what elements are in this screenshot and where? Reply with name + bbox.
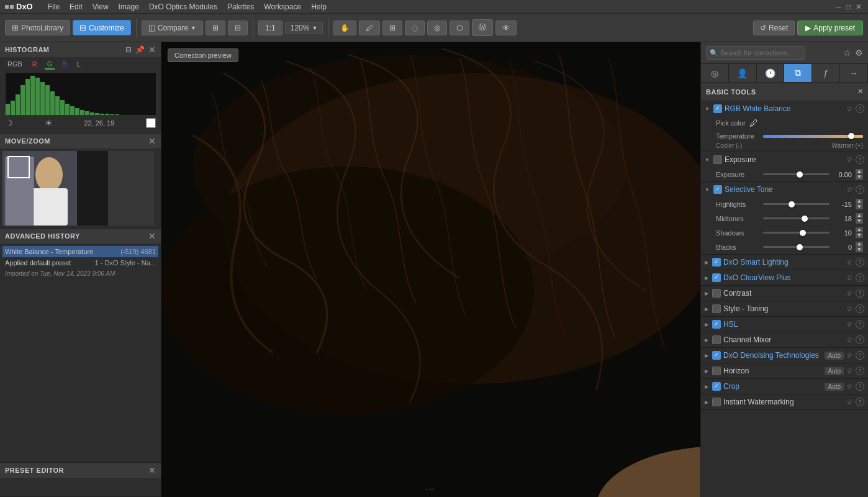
menu-file[interactable]: File <box>43 2 65 11</box>
menu-view[interactable]: View <box>88 2 114 11</box>
midtones-step-down[interactable]: ▼ <box>856 219 863 224</box>
menu-image[interactable]: Image <box>114 2 144 11</box>
customize-tab[interactable]: ⊟ Customize <box>73 20 131 35</box>
corr-q-cm[interactable]: ? <box>856 335 864 344</box>
histogram-header[interactable]: HISTOGRAM ⊟ 📌 ✕ <box>0 42 161 57</box>
corr-star-contrast[interactable]: ☆ <box>846 289 853 298</box>
rp-tab-person[interactable]: 👤 <box>729 64 757 82</box>
exposure-slider-wrap[interactable] <box>763 170 830 179</box>
window-close[interactable]: ✕ <box>856 2 862 11</box>
menu-help[interactable]: Help <box>306 2 332 11</box>
corr-header-hsl[interactable]: ▶ HSL ☆ ? <box>701 317 868 332</box>
zoom-1to1-button[interactable]: 1:1 <box>258 21 283 35</box>
eyedropper-icon-wb[interactable]: 🖊 <box>749 118 758 128</box>
window-maximize[interactable]: □ <box>846 2 851 11</box>
rp-tab-clock[interactable]: 🕐 <box>757 64 785 82</box>
corr-header-contrast[interactable]: ▶ Contrast ☆ ? <box>701 286 868 301</box>
corr-check-style-toning[interactable] <box>712 304 721 313</box>
corr-q-st[interactable]: ? <box>856 304 864 313</box>
color-picker-tool[interactable]: 🖊 <box>359 21 380 35</box>
histogram-pin-icon[interactable]: 📌 <box>135 45 145 54</box>
horizon-tool[interactable]: ⬡ <box>450 21 469 35</box>
favorites-icon[interactable]: ☆ <box>843 48 851 58</box>
corr-header-selective[interactable]: ▼ Selective Tone ☆ ? <box>701 182 868 197</box>
window-minimize[interactable]: ─ <box>836 2 841 11</box>
menu-palettes[interactable]: Palettes <box>222 2 259 11</box>
view-grid-button[interactable]: ⊞ <box>206 21 225 35</box>
corr-check-exposure[interactable] <box>713 155 722 164</box>
hand-tool[interactable]: ✋ <box>333 21 356 35</box>
preset-editor-header[interactable]: PRESET EDITOR ✕ <box>0 463 161 478</box>
hist-tab-g[interactable]: G <box>45 60 55 70</box>
highlights-slider-wrap[interactable] <box>763 200 830 209</box>
preset-editor-close[interactable]: ✕ <box>148 465 156 475</box>
histogram-expand-icon[interactable]: ⊟ <box>125 45 132 54</box>
midtones-thumb[interactable] <box>802 216 808 222</box>
settings-icon[interactable]: ⚙ <box>855 48 863 58</box>
corr-star-hsl[interactable]: ☆ <box>846 320 853 329</box>
corr-star-st[interactable]: ☆ <box>846 304 853 313</box>
blacks-thumb[interactable] <box>797 244 803 250</box>
menu-dxo-optics[interactable]: DxO Optics Modules <box>144 2 222 11</box>
corr-star-cm[interactable]: ☆ <box>846 335 853 344</box>
corr-star-rgb[interactable]: ☆ <box>846 104 853 113</box>
corr-q-contrast[interactable]: ? <box>856 289 864 298</box>
watermark-tool[interactable]: Ⓦ <box>472 19 493 36</box>
corr-q-selective[interactable]: ? <box>856 185 864 194</box>
corr-header-channel-mixer[interactable]: ▶ Channel Mixer ☆ ? <box>701 332 868 347</box>
reset-button[interactable]: ↺ Reset <box>753 21 795 35</box>
exposure-step-up[interactable]: ▲ <box>856 169 863 174</box>
corr-check-clearview[interactable] <box>712 273 721 282</box>
view-split-button[interactable]: ⊟ <box>228 21 248 35</box>
blacks-step-up[interactable]: ▲ <box>856 242 863 247</box>
corr-check-rgb[interactable] <box>713 104 722 113</box>
rp-tab-arrow[interactable]: → <box>840 64 868 82</box>
corr-check-crop[interactable] <box>712 382 721 391</box>
corr-q-dn[interactable]: ? <box>856 351 864 360</box>
corr-header-crop[interactable]: ▶ Crop Auto ☆ ? <box>701 379 868 394</box>
corr-star-cv[interactable]: ☆ <box>846 273 853 282</box>
corr-star-hor[interactable]: ☆ <box>846 367 853 375</box>
corr-header-clearview[interactable]: ▶ DxO ClearView Plus ☆ ? <box>701 270 868 285</box>
apply-preset-button[interactable]: ▶ Apply preset <box>797 21 863 35</box>
shadows-slider-wrap[interactable] <box>763 229 830 237</box>
corr-check-hsl[interactable] <box>712 320 721 329</box>
hist-tab-l[interactable]: L <box>75 60 83 70</box>
corr-check-denoising[interactable] <box>712 351 721 360</box>
menu-workspace[interactable]: Workspace <box>259 2 306 11</box>
hist-tab-r[interactable]: R <box>30 60 40 70</box>
blacks-step-down[interactable]: ▼ <box>856 247 863 252</box>
compare-button[interactable]: ◫ Compare ▼ <box>142 21 203 35</box>
corr-check-watermarking[interactable] <box>712 398 721 406</box>
rp-tab-copy[interactable]: ⧉ <box>784 64 812 82</box>
corr-header-denoising[interactable]: ▶ DxO Denoising Technologies Auto ☆ ? <box>701 348 868 363</box>
movezoom-viewport[interactable] <box>7 156 30 178</box>
moon-icon[interactable]: ☽ <box>5 118 13 128</box>
correction-preview-button[interactable]: Correction preview <box>168 48 238 62</box>
exposure-step-down[interactable]: ▼ <box>856 175 863 180</box>
rp-tab-formula[interactable]: ƒ <box>812 64 840 82</box>
midtones-slider-wrap[interactable] <box>763 214 830 223</box>
corr-star-exposure[interactable]: ☆ <box>846 155 853 164</box>
corr-header-horizon[interactable]: ▶ Horizon Auto ☆ ? <box>701 363 868 378</box>
search-input[interactable] <box>706 46 805 60</box>
history-close[interactable]: ✕ <box>148 231 156 241</box>
corr-q-cv[interactable]: ? <box>856 273 864 282</box>
corr-star-wm[interactable]: ☆ <box>846 398 853 406</box>
blacks-slider-wrap[interactable] <box>763 243 830 252</box>
repair-tool[interactable]: ◌ <box>405 21 425 35</box>
temp-slider-wrap[interactable] <box>763 132 863 140</box>
highlights-step-down[interactable]: ▼ <box>856 204 863 209</box>
corr-q-sl[interactable]: ? <box>856 258 864 267</box>
hist-tab-rgb[interactable]: RGB <box>5 60 25 70</box>
shadows-step-up[interactable]: ▲ <box>856 227 863 232</box>
photo-library-tab[interactable]: ⊞ PhotoLibrary <box>5 20 70 35</box>
corr-star-crop[interactable]: ☆ <box>846 382 853 391</box>
local-adj-tool[interactable]: ◎ <box>427 21 447 35</box>
temp-slider-thumb[interactable] <box>848 133 854 139</box>
corr-check-contrast[interactable] <box>712 289 721 298</box>
sun-icon[interactable]: ☀ <box>45 118 53 128</box>
corr-check-channel-mixer[interactable] <box>712 335 721 344</box>
corr-star-dn[interactable]: ☆ <box>846 351 853 360</box>
corr-check-selective[interactable] <box>713 185 722 194</box>
